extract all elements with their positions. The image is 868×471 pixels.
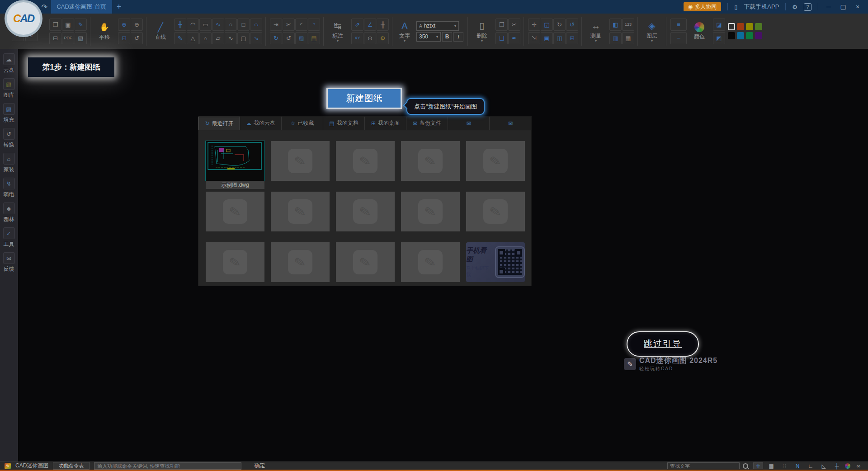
dot-grid-toggle-icon[interactable]: ∷ [779,462,789,469]
save-icon[interactable]: ▣ [62,19,74,31]
sidebar-item-gallery[interactable]: ▧ 图库 [3,78,15,99]
empty-file-tile[interactable]: ✎ [336,242,395,282]
find-text-input[interactable] [667,462,740,469]
tab-extra-1[interactable]: ✉ [448,117,490,130]
coordinates-toggle-icon[interactable]: N [793,462,802,469]
image-measure-icon[interactable]: ▥ [609,32,622,44]
sidebar-item-electrical[interactable]: ↯ 弱电 [3,178,15,198]
export-pdf-icon[interactable]: PDF [62,32,74,44]
count-icon[interactable]: 123 [622,19,634,31]
sidebar-item-tools[interactable]: ✓ 工具 [3,227,15,248]
document-tab[interactable]: CAD迷你画图-首页 [51,0,112,14]
dimension-tool[interactable]: ↹ 标注 ▾ [328,20,348,42]
measure-tool[interactable]: ↔ 测量 ▾ [586,20,606,42]
curve-icon[interactable]: ∿ [212,19,224,31]
hatch-icon[interactable]: ▨ [295,32,307,44]
layer-tool[interactable]: ◈ 图层 ▾ [642,20,662,42]
bold-button[interactable]: B [442,32,452,42]
polyline-icon[interactable]: ╋ [174,19,186,31]
continuous-dim-icon[interactable]: ╫ [377,19,389,31]
file-tile-dwg[interactable]: 示例图.dwg [206,141,264,181]
empty-file-tile[interactable]: ✎ [206,192,264,231]
sidebar-item-garden[interactable]: ♣ 园林 [3,203,15,223]
new-drawing-button[interactable]: 新建图纸 [326,88,402,109]
trim-arc-icon[interactable]: ◝ [308,19,320,31]
open-file-icon[interactable]: ❒ [49,19,61,31]
spline-icon[interactable]: ∿ [225,32,237,44]
sidebar-item-convert[interactable]: ↺ 转换 [3,128,15,149]
coordinate-dim-icon[interactable]: XY [351,32,363,44]
collaboration-button[interactable]: ◉ 多人协同 [684,2,721,11]
empty-file-tile[interactable]: ✎ [271,242,330,282]
empty-file-tile[interactable]: ✎ [401,242,460,282]
stretch-icon[interactable]: ⇲ [528,32,540,44]
zoom-window-icon[interactable]: ⊡ [118,32,130,44]
tab-my-desktop[interactable]: ⊞ 我的桌面 [365,117,406,130]
line-tool[interactable]: ╱ 直线 [151,22,170,41]
color-swatch[interactable] [755,32,762,39]
sidebar-item-home-design[interactable]: ⌂ 家装 [3,153,15,174]
help-icon[interactable]: ? [804,3,811,11]
minimize-button[interactable]: ─ [825,3,833,10]
tab-recent[interactable]: ↻ 最近打开 [198,117,240,130]
empty-file-tile[interactable]: ✎ [336,192,395,231]
parallelogram-icon[interactable]: ▱ [212,32,224,44]
close-button[interactable]: × [854,3,862,10]
command-table-button[interactable]: 功能命令表 [53,462,90,470]
crosshair-toggle-icon[interactable]: ┼ [832,462,842,469]
insert-image-icon[interactable]: ▤ [308,32,320,44]
tab-favorites[interactable]: ☆ 已收藏 [282,117,323,130]
color-swatch[interactable] [746,23,753,30]
empty-file-tile[interactable]: ✎ [336,141,395,181]
empty-file-tile[interactable]: ✎ [401,141,460,181]
fillet-icon[interactable]: ◜ [295,19,307,31]
rotate-copy-icon[interactable]: ↻ [270,32,282,44]
sidebar-item-cloud[interactable]: ☁ 云盘 [3,53,15,74]
ortho-toggle-icon[interactable]: ∟ [806,462,816,469]
empty-file-tile[interactable]: ✎ [466,192,525,231]
confirm-button[interactable]: 确定 [254,462,265,470]
scale-icon[interactable]: ◱ [541,19,553,31]
empty-file-tile[interactable]: ✎ [206,242,264,282]
empty-file-tile[interactable]: ✎ [401,192,460,231]
app-logo[interactable]: CAD [5,0,42,37]
delete-tool[interactable]: ▯ 删除 ▾ [472,20,492,42]
freehand-icon[interactable]: ✎ [174,32,186,44]
format-brush-icon[interactable]: ✒ [508,32,520,44]
selection-mode-icon[interactable]: ◺ [819,462,829,469]
save-as-icon[interactable]: ✎ [75,19,87,31]
empty-file-tile[interactable]: ✎ [271,141,330,181]
circle-icon[interactable]: ○ [225,19,237,31]
aligned-dim-icon[interactable]: ⇗ [351,19,363,31]
background-color-icon[interactable] [845,463,850,469]
angle-dim-icon[interactable]: ∠ [364,19,376,31]
move-icon[interactable]: ✛ [528,19,540,31]
array-icon[interactable]: ⊞ [566,32,578,44]
redo-icon[interactable]: ↷ [41,3,47,11]
paste-icon[interactable]: ❑ [495,32,508,44]
rotate-3d-icon[interactable]: ↺ [566,19,578,31]
maximize-button[interactable]: ▢ [839,3,847,10]
rotate-icon[interactable]: ↻ [553,19,566,31]
text-size-select[interactable]: 350 ▾ [416,32,441,42]
dim-settings-icon[interactable]: ⚙ [377,32,389,44]
layer-isolate-icon[interactable]: ◪ [713,19,725,31]
mirror-icon[interactable]: ◫ [553,32,566,44]
rounded-rect-icon[interactable]: ▢ [237,32,250,44]
tab-my-documents[interactable]: ▤ 我的文档 [323,117,365,130]
two-point-line-icon[interactable]: ▭ [199,19,212,31]
sidebar-item-hatch[interactable]: ▨ 填充 [3,103,15,124]
color-swatch[interactable] [737,23,744,30]
color-swatch[interactable] [746,32,753,39]
arrow-line-icon[interactable]: ↘ [250,32,262,44]
rectangle-icon[interactable]: □ [237,19,250,31]
zoom-out-icon[interactable]: ⊖ [131,19,143,31]
tab-extra-2[interactable]: ✉ [490,117,531,130]
tab-backup-files[interactable]: ✉ 备份文件 [406,117,448,130]
hyperlink-icon[interactable]: ∞ [854,462,863,469]
grid-toggle-icon[interactable]: ▦ [766,462,776,469]
extend-icon[interactable]: ⇥ [270,19,282,31]
zoom-in-icon[interactable]: ⊕ [118,19,130,31]
radius-dim-icon[interactable]: ⊙ [364,32,376,44]
linetype-icon[interactable]: ┄ [670,32,687,44]
